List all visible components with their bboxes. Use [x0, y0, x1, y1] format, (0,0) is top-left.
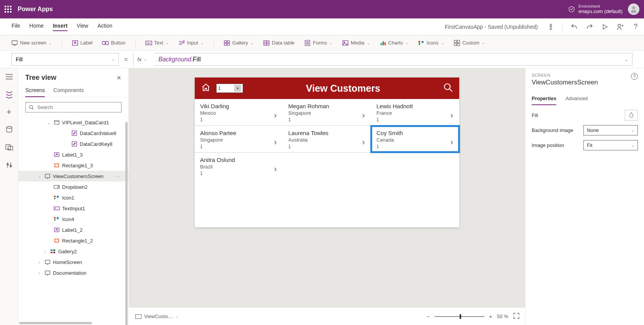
menu-action[interactable]: Action [97, 23, 112, 31]
home-icon[interactable] [201, 83, 211, 94]
zoom-in-button[interactable]: + [489, 313, 493, 320]
tree-node-dropdown2[interactable]: Dropdown2 [18, 181, 128, 192]
help-icon[interactable]: ? [631, 73, 638, 80]
gallery-item[interactable]: Alonso ParteeSingapore1› [195, 126, 283, 152]
gallery-item[interactable]: Coy SmithCanada1› [371, 126, 459, 152]
canvas-footer: ViewCusto… ⌄ − + 50 % [129, 307, 525, 325]
zoom-out-button[interactable]: − [427, 313, 430, 320]
help-icon[interactable]: ? [632, 23, 639, 31]
gallery-item[interactable]: Lewis HadnottFrance1› [371, 99, 459, 125]
text-dropdown[interactable]: Abc Text⌄ [146, 40, 169, 46]
img-pos-select[interactable]: Fit ⌄ [583, 140, 638, 150]
props-tab-advanced[interactable]: Advanced [565, 92, 588, 105]
input-dropdown[interactable]: Input⌄ [179, 40, 204, 46]
tree-node-icon1[interactable]: Icon1 [18, 192, 128, 203]
app-launcher-icon[interactable] [5, 6, 12, 13]
more-icon[interactable]: ··· [114, 173, 121, 179]
tree-node-label1_3[interactable]: Label1_3 [18, 149, 128, 160]
menu-home[interactable]: Home [30, 23, 44, 31]
chevron-right-icon[interactable]: › [450, 111, 453, 120]
expand-formula-icon[interactable]: ⌄ [624, 57, 628, 62]
rail-insert-icon[interactable]: + [5, 108, 13, 116]
level-dropdown[interactable]: 1 ▾ [216, 84, 243, 93]
menu-view[interactable]: View [77, 23, 88, 31]
tree-search[interactable] [25, 102, 122, 112]
tree-node-label1_2[interactable]: Label1_2 [18, 224, 128, 235]
chevron-right-icon[interactable]: › [362, 137, 365, 147]
button-control[interactable]: Button [102, 40, 125, 46]
search-icon[interactable] [443, 82, 453, 94]
customer-country: Singapore [200, 137, 278, 143]
custom-dropdown[interactable]: Custom⌄ [454, 40, 485, 46]
expander-icon[interactable]: › [37, 271, 42, 275]
redo-icon[interactable] [586, 23, 593, 31]
rail-data-icon[interactable] [5, 126, 13, 134]
canvas-screen[interactable]: 1 ▾ View Customers Viki DarlingMexico1›M… [195, 78, 459, 227]
svg-rect-32 [454, 40, 457, 43]
tree-node-viplevel_datacard1[interactable]: ⌄VIPLevel_DataCard1 [18, 117, 128, 128]
gallery-item[interactable]: Megan RohmanSingapore1› [283, 99, 371, 125]
property-selector[interactable]: Fill ⌄ [12, 53, 119, 66]
new-screen-button[interactable]: New screen⌄ [12, 40, 52, 46]
play-icon[interactable] [601, 23, 609, 31]
chevron-right-icon[interactable]: › [274, 137, 277, 147]
rail-advanced-tools-icon[interactable] [5, 161, 13, 169]
tree-node-icon4[interactable]: Icon4 [18, 214, 128, 224]
media-dropdown[interactable]: Media⌄ [342, 40, 370, 46]
tree-node-viewcustomersscreen[interactable]: ⌄ViewCustomersScreen··· [18, 171, 128, 181]
customer-gallery[interactable]: Viki DarlingMexico1›Megan RohmanSingapor… [195, 99, 459, 227]
menu-insert[interactable]: Insert [53, 23, 67, 31]
tree-tab-screens[interactable]: Screens [25, 84, 45, 97]
svg-rect-68 [45, 271, 50, 274]
share-icon[interactable] [616, 23, 624, 31]
gallery-dropdown[interactable]: Gallery⌄ [224, 40, 253, 46]
data-table-button[interactable]: Data table [263, 40, 294, 46]
expander-icon[interactable]: ⌄ [37, 174, 42, 178]
tree-node-homescreen[interactable]: ›HomeScreen [18, 257, 128, 267]
props-tab-properties[interactable]: Properties [532, 92, 556, 105]
tree-node-datacardvalue8[interactable]: DataCardValue8 [18, 128, 128, 139]
user-avatar[interactable] [628, 3, 639, 15]
zoom-slider[interactable] [435, 316, 485, 317]
menu-file[interactable]: File [12, 23, 20, 31]
environment-selector[interactable]: Environment enayu.com (default) [568, 4, 623, 14]
expander-icon[interactable]: ⌄ [46, 120, 51, 125]
app-checker-icon[interactable] [547, 23, 555, 31]
icons-dropdown[interactable]: Icons⌄ [418, 40, 444, 46]
charts-dropdown[interactable]: Charts⌄ [380, 40, 408, 46]
tree-node-documentation[interactable]: ›Documentation [18, 267, 128, 278]
undo-icon[interactable] [570, 23, 578, 31]
tree-node-rectangle1_3[interactable]: Rectangle1_3 [18, 160, 128, 171]
tree-search-input[interactable] [37, 104, 118, 110]
tree-node-rectangle1_2[interactable]: Rectangle1_2 [18, 235, 128, 246]
rail-hamburger-icon[interactable] [5, 73, 13, 81]
fx-button[interactable]: fx⌄ [133, 53, 151, 66]
tree-node-gallery2[interactable]: ›Gallery2 [18, 246, 128, 257]
tree-h-scrollbar[interactable] [19, 322, 92, 324]
chevron-right-icon[interactable]: › [274, 111, 277, 120]
breadcrumb-selector[interactable]: ViewCusto… ⌄ [134, 312, 180, 321]
chevron-right-icon[interactable]: › [450, 137, 453, 147]
fit-to-window-icon[interactable] [513, 312, 520, 320]
fill-color-picker[interactable] [625, 110, 638, 120]
bg-image-select[interactable]: None ⌄ [583, 125, 638, 135]
tree-scrollbar[interactable] [125, 122, 128, 325]
gallery-item[interactable]: Anitra OslundBrazil1› [195, 153, 283, 179]
close-icon[interactable]: ✕ [117, 74, 122, 81]
chevron-right-icon[interactable]: › [274, 164, 277, 174]
tree-node-textinput1[interactable]: TextInput1 [18, 203, 128, 214]
tree-node-datacardkey8[interactable]: DataCardKey8 [18, 139, 128, 149]
rail-tree-view-icon[interactable] [5, 91, 13, 98]
left-rail: + [0, 68, 18, 325]
expander-icon[interactable]: › [37, 260, 42, 264]
tree-tab-components[interactable]: Components [53, 84, 84, 97]
expander-icon[interactable]: › [42, 249, 48, 254]
gallery-icon [50, 248, 56, 254]
formula-input[interactable]: Background.Fill ⌄ [154, 53, 632, 66]
chevron-right-icon[interactable]: › [362, 111, 365, 120]
label-button[interactable]: Label [72, 40, 93, 46]
rail-media-icon[interactable] [5, 144, 13, 151]
forms-dropdown[interactable]: Forms⌄ [304, 40, 332, 46]
gallery-item[interactable]: Viki DarlingMexico1› [195, 99, 283, 125]
gallery-item[interactable]: Laurena TowlesAustralia1› [283, 126, 371, 152]
